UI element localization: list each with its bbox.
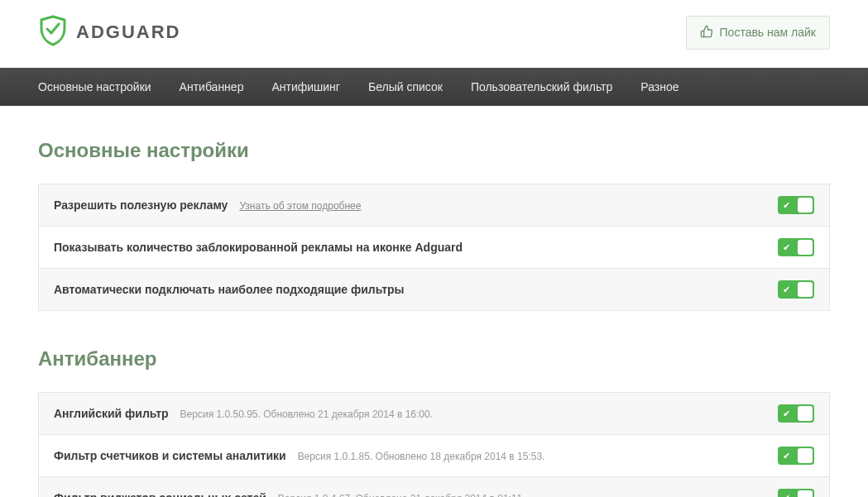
- toggle-knob: [798, 406, 813, 421]
- check-icon: ✔: [783, 243, 790, 252]
- toggle-knob: [798, 448, 813, 463]
- check-icon: ✔: [783, 409, 790, 418]
- row-allow-useful-ads: Разрешить полезную рекламу Узнать об это…: [38, 184, 830, 227]
- toggle-allow-useful-ads[interactable]: ✔: [778, 196, 814, 214]
- nav-antiphishing[interactable]: Антифишинг: [271, 80, 340, 93]
- general-rows: Разрешить полезную рекламу Узнать об это…: [38, 184, 830, 311]
- toggle-english-filter[interactable]: ✔: [778, 404, 814, 423]
- shield-check-icon: [38, 15, 68, 50]
- check-icon: ✔: [783, 452, 790, 461]
- like-button[interactable]: Поставь нам лайк: [686, 16, 830, 50]
- toggle-analytics-filter[interactable]: ✔: [778, 447, 814, 465]
- row-social-filter: Фильтр виджетов социальных сетей Версия …: [38, 477, 830, 497]
- brand-text: ADGUARD: [76, 22, 180, 43]
- row-analytics-filter: Фильтр счетчиков и системы аналитики Вер…: [38, 435, 830, 477]
- row-label: Английский фильтр: [54, 407, 169, 420]
- thumbs-up-icon: [700, 25, 713, 41]
- nav-antibanner[interactable]: Антибаннер: [180, 80, 244, 93]
- section-title-general: Основные настройки: [38, 139, 830, 162]
- logo: ADGUARD: [38, 15, 180, 50]
- antibanner-rows: Английский фильтр Версия 1.0.50.95. Обно…: [38, 392, 830, 497]
- nav-misc[interactable]: Разное: [640, 80, 679, 93]
- row-sub: Версия 1.0.1.85. Обновлено 18 декабря 20…: [298, 451, 545, 462]
- row-label: Показывать количество заблокированной ре…: [54, 241, 463, 254]
- check-icon: ✔: [783, 285, 790, 294]
- nav-whitelist[interactable]: Белый список: [368, 80, 443, 93]
- row-label: Фильтр виджетов социальных сетей: [54, 491, 266, 497]
- toggle-knob: [798, 240, 813, 255]
- nav-bar: Основные настройки Антибаннер Антифишинг…: [0, 68, 868, 106]
- nav-general[interactable]: Основные настройки: [38, 80, 151, 93]
- row-auto-filters: Автоматически подключать наиболее подход…: [38, 269, 830, 311]
- row-sub: Версия 1.0.4.67. Обновлено 21 декабря 20…: [278, 493, 525, 497]
- toggle-knob: [798, 490, 813, 497]
- learn-more-link[interactable]: Узнать об этом подробнее: [239, 200, 361, 212]
- content: Основные настройки Разрешить полезную ре…: [0, 106, 868, 497]
- row-show-blocked-count: Показывать количество заблокированной ре…: [38, 227, 830, 269]
- toggle-show-blocked-count[interactable]: ✔: [778, 238, 814, 256]
- nav-userfilter[interactable]: Пользовательский фильтр: [471, 80, 612, 93]
- row-label: Автоматически подключать наиболее подход…: [54, 283, 405, 296]
- section-title-antibanner: Антибаннер: [38, 347, 830, 370]
- toggle-knob: [798, 282, 813, 297]
- check-icon: ✔: [783, 494, 790, 498]
- row-label: Фильтр счетчиков и системы аналитики: [54, 449, 286, 462]
- row-english-filter: Английский фильтр Версия 1.0.50.95. Обно…: [38, 392, 830, 435]
- like-button-label: Поставь нам лайк: [720, 26, 816, 39]
- toggle-knob: [798, 198, 813, 213]
- toggle-social-filter[interactable]: ✔: [778, 489, 814, 497]
- toggle-auto-filters[interactable]: ✔: [778, 280, 814, 299]
- row-sub: Версия 1.0.50.95. Обновлено 21 декабря 2…: [180, 409, 433, 420]
- row-label: Разрешить полезную рекламу: [54, 198, 228, 212]
- header: ADGUARD Поставь нам лайк: [0, 0, 868, 68]
- check-icon: ✔: [783, 201, 790, 210]
